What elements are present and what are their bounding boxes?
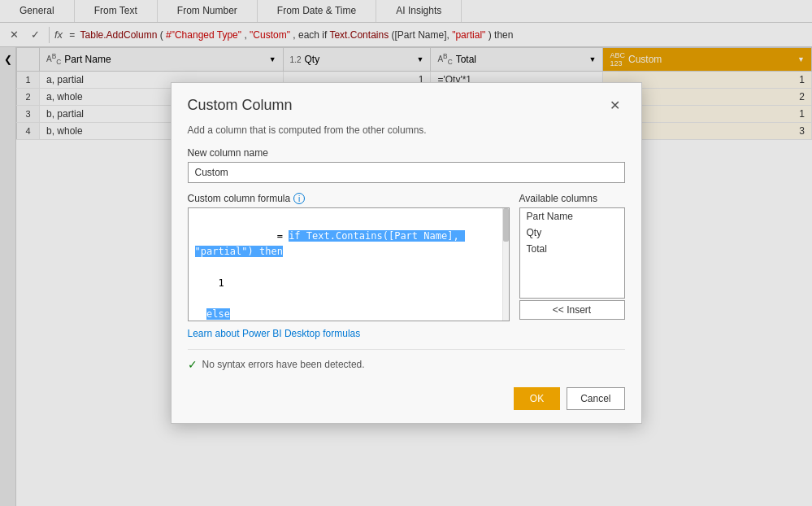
available-columns-panel: Available columns Part Name Qty Total <<… (519, 193, 625, 320)
formula-scrollbar[interactable] (502, 208, 509, 321)
dialog-subtitle: Add a column that is computed from the o… (188, 124, 625, 136)
fe-if-line: if Text.Contains([Part Name], "partial")… (195, 230, 465, 257)
col-item-part-name[interactable]: Part Name (520, 208, 624, 225)
available-cols-label: Available columns (519, 193, 625, 204)
fe-num1: 1 (218, 277, 224, 289)
info-icon[interactable]: i (293, 193, 305, 204)
ok-btn[interactable]: OK (514, 387, 560, 410)
formula-editor[interactable]: = if Text.Contains([Part Name], "partial… (188, 207, 510, 321)
insert-btn[interactable]: << Insert (519, 300, 625, 320)
col-item-total[interactable]: Total (520, 241, 624, 257)
column-name-label: New column name (188, 147, 625, 159)
fe-else: else (206, 308, 230, 320)
formula-content: = if Text.Contains([Part Name], "partial… (195, 213, 502, 321)
formula-section: Custom column formula i = if Text.Contai… (188, 193, 625, 339)
dialog-footer: OK Cancel (172, 387, 641, 423)
check-icon: ✓ (188, 358, 198, 371)
dialog-overlay: Custom Column ✕ Add a column that is com… (0, 0, 812, 506)
formula-editor-wrap: Custom column formula i = if Text.Contai… (188, 193, 510, 339)
col-item-qty[interactable]: Qty (520, 225, 624, 241)
fe-equals: = (277, 230, 283, 242)
dialog-title-bar: Custom Column ✕ (172, 83, 641, 121)
custom-column-dialog: Custom Column ✕ Add a column that is com… (171, 82, 642, 424)
dialog-body: Add a column that is computed from the o… (172, 121, 641, 384)
scrollbar-thumb (503, 208, 509, 242)
formula-label-text: Custom column formula (188, 193, 291, 204)
syntax-text: No syntax errors have been detected. (202, 359, 365, 370)
dialog-close-btn[interactable]: ✕ (605, 96, 625, 115)
formula-label: Custom column formula i (188, 193, 510, 204)
column-name-input[interactable] (188, 162, 625, 183)
syntax-status: ✓ No syntax errors have been detected. (188, 349, 625, 371)
cancel-btn[interactable]: Cancel (567, 387, 624, 410)
learn-link[interactable]: Learn about Power BI Desktop formulas (188, 328, 510, 339)
available-cols-list: Part Name Qty Total (519, 207, 625, 299)
dialog-title: Custom Column (188, 97, 293, 114)
